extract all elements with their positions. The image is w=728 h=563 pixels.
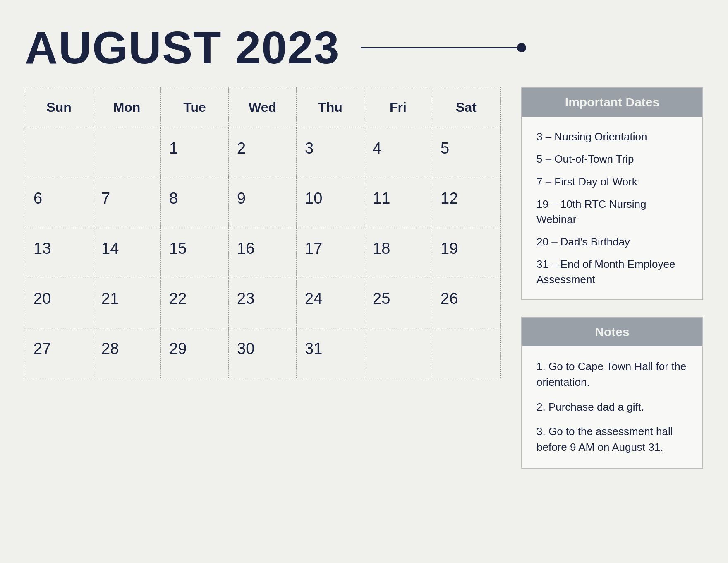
calendar-day: 5 <box>432 128 500 178</box>
calendar-day: 28 <box>93 328 161 378</box>
calendar-grid: SunMonTueWedThuFriSat 123456789101112131… <box>25 87 500 378</box>
calendar-day <box>432 328 500 378</box>
important-date-item: 7 – First Day of Work <box>536 174 688 189</box>
day-header-thu: Thu <box>297 87 364 128</box>
important-dates-header: Important Dates <box>522 88 702 117</box>
main-content: SunMonTueWedThuFriSat 123456789101112131… <box>25 87 703 538</box>
page-title: AUGUST 2023 <box>25 25 340 70</box>
important-date-item: 19 – 10th RTC Nursing Webinar <box>536 197 688 227</box>
calendar-day: 25 <box>364 278 432 328</box>
calendar-day: 2 <box>229 128 297 178</box>
calendar-week-3: 20212223242526 <box>25 278 500 328</box>
calendar-section: SunMonTueWedThuFriSat 123456789101112131… <box>25 87 500 538</box>
header-dot <box>517 43 526 52</box>
notes-panel: Notes 1. Go to Cape Town Hall for the or… <box>521 317 703 468</box>
header-line-container <box>361 43 703 52</box>
calendar-week-0: 12345 <box>25 128 500 178</box>
calendar-day: 11 <box>364 178 432 228</box>
important-date-item: 20 – Dad's Birthday <box>536 234 688 249</box>
day-header-fri: Fri <box>364 87 432 128</box>
calendar-day: 1 <box>161 128 229 178</box>
page-container: AUGUST 2023 SunMonTueWedThuFriSat 123456… <box>0 0 728 563</box>
day-header-wed: Wed <box>229 87 297 128</box>
important-dates-list: 3 – Nursing Orientation5 – Out-of-Town T… <box>536 129 688 287</box>
calendar-day: 26 <box>432 278 500 328</box>
important-dates-body: 3 – Nursing Orientation5 – Out-of-Town T… <box>522 117 702 299</box>
calendar-day: 18 <box>364 228 432 278</box>
day-header-sun: Sun <box>25 87 93 128</box>
notes-list: 1. Go to Cape Town Hall for the orientat… <box>536 359 688 455</box>
calendar-week-2: 13141516171819 <box>25 228 500 278</box>
day-header-mon: Mon <box>93 87 161 128</box>
calendar-day: 16 <box>229 228 297 278</box>
calendar-day: 27 <box>25 328 93 378</box>
calendar-day: 29 <box>161 328 229 378</box>
calendar-day: 7 <box>93 178 161 228</box>
notes-body: 1. Go to Cape Town Hall for the orientat… <box>522 346 702 467</box>
header-row: AUGUST 2023 <box>25 25 703 70</box>
day-header-tue: Tue <box>161 87 229 128</box>
calendar-week-4: 2728293031 <box>25 328 500 378</box>
notes-header: Notes <box>522 318 702 346</box>
calendar-day: 23 <box>229 278 297 328</box>
calendar-day: 12 <box>432 178 500 228</box>
note-item: 3. Go to the assessment hall before 9 AM… <box>536 424 688 455</box>
calendar-body: 1234567891011121314151617181920212223242… <box>25 128 500 378</box>
calendar-day: 13 <box>25 228 93 278</box>
calendar-day <box>25 128 93 178</box>
important-date-item: 31 – End of Month Employee Assessment <box>536 257 688 287</box>
calendar-day: 31 <box>297 328 364 378</box>
calendar-day: 20 <box>25 278 93 328</box>
calendar-day: 24 <box>297 278 364 328</box>
calendar-day: 21 <box>93 278 161 328</box>
calendar-day: 30 <box>229 328 297 378</box>
sidebar: Important Dates 3 – Nursing Orientation5… <box>521 87 703 538</box>
day-header-sat: Sat <box>432 87 500 128</box>
calendar-day: 19 <box>432 228 500 278</box>
calendar-day: 10 <box>297 178 364 228</box>
calendar-day: 14 <box>93 228 161 278</box>
important-date-item: 3 – Nursing Orientation <box>536 129 688 144</box>
calendar-day: 4 <box>364 128 432 178</box>
calendar-day: 22 <box>161 278 229 328</box>
calendar-week-1: 6789101112 <box>25 178 500 228</box>
note-item: 1. Go to Cape Town Hall for the orientat… <box>536 359 688 390</box>
calendar-day: 17 <box>297 228 364 278</box>
calendar-day <box>93 128 161 178</box>
calendar-day: 9 <box>229 178 297 228</box>
important-date-item: 5 – Out-of-Town Trip <box>536 152 688 166</box>
calendar-day: 8 <box>161 178 229 228</box>
important-dates-panel: Important Dates 3 – Nursing Orientation5… <box>521 87 703 300</box>
calendar-day: 15 <box>161 228 229 278</box>
calendar-day <box>364 328 432 378</box>
note-item: 2. Purchase dad a gift. <box>536 399 688 415</box>
calendar-day: 6 <box>25 178 93 228</box>
header-line <box>361 47 518 48</box>
calendar-header-row: SunMonTueWedThuFriSat <box>25 87 500 128</box>
calendar-day: 3 <box>297 128 364 178</box>
